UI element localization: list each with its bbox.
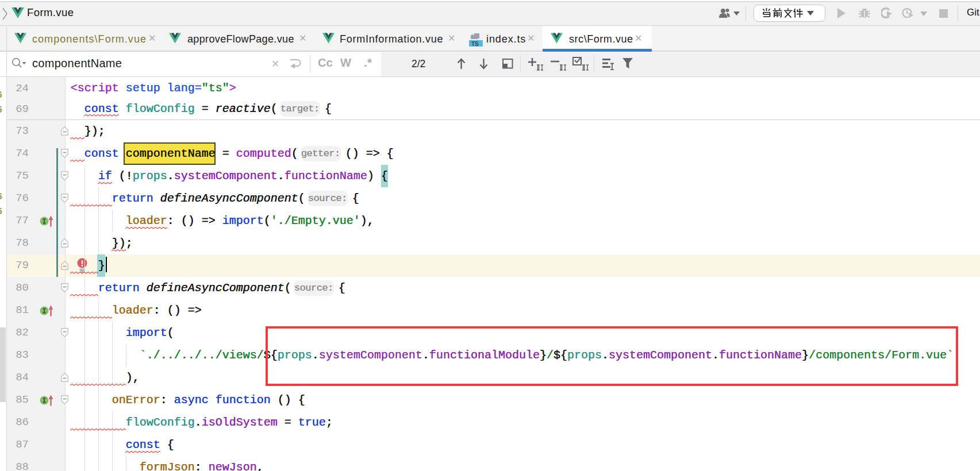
svg-text:TS: TS (471, 41, 479, 47)
